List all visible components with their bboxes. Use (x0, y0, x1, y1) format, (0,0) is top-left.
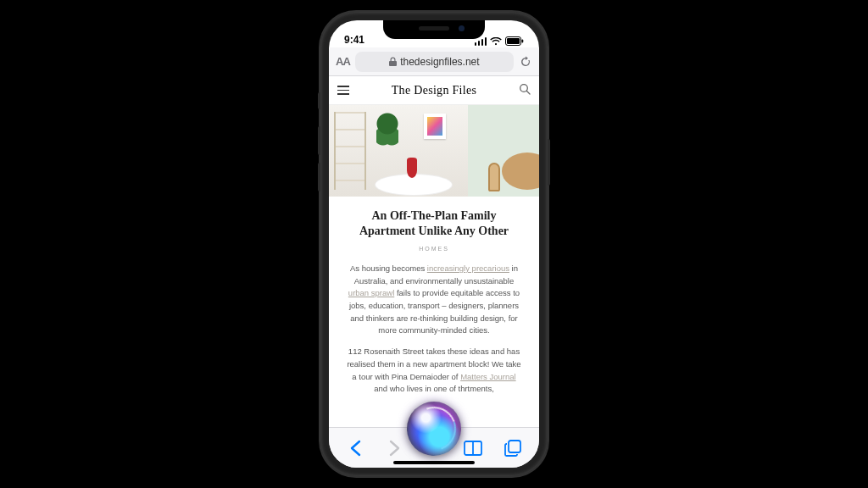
address-field[interactable]: thedesignfiles.net (355, 52, 514, 72)
reload-button[interactable] (519, 55, 532, 69)
display-notch (383, 20, 485, 39)
site-search-icon[interactable] (519, 83, 531, 98)
article-paragraph-2: 112 Rosenaith Street takes these ideas a… (346, 346, 522, 396)
reader-aa-button[interactable]: AA (336, 55, 350, 68)
siri-orb-icon (407, 402, 461, 456)
article-category[interactable]: HOMES (346, 245, 522, 254)
address-domain: thedesignfiles.net (400, 56, 479, 68)
phone-screen: 9:41 AA thedesignfiles.net (329, 20, 539, 468)
volume-down-button[interactable] (318, 163, 320, 191)
lock-icon (389, 57, 397, 66)
article-hero-image (329, 105, 539, 197)
status-indicators (475, 36, 525, 46)
home-indicator[interactable] (393, 461, 475, 464)
svg-rect-2 (522, 40, 524, 43)
back-button[interactable] (342, 435, 368, 461)
svg-point-3 (520, 84, 528, 92)
hamburger-menu-icon[interactable] (337, 86, 349, 95)
hero-living-room (329, 105, 468, 197)
svg-rect-1 (507, 38, 520, 44)
iphone-device-frame: 9:41 AA thedesignfiles.net (320, 12, 548, 476)
siri-orb[interactable] (407, 402, 461, 456)
link-matters-journal[interactable]: Matters Journal (460, 372, 515, 381)
article-paragraph-1: As housing becomes increasingly precario… (346, 263, 522, 337)
svg-line-4 (527, 91, 531, 94)
link-urban-sprawl[interactable]: urban sprawl (348, 288, 394, 297)
article-headline: An Off-The-Plan Family Apartment Unlike … (346, 208, 522, 238)
side-power-button[interactable] (548, 139, 550, 186)
website-header: The Design Files (329, 76, 539, 105)
battery-icon (505, 36, 524, 46)
tabs-button[interactable] (500, 435, 526, 461)
mute-switch[interactable] (318, 92, 320, 109)
link-precarious[interactable]: increasingly precarious (427, 263, 509, 273)
svg-rect-7 (509, 441, 520, 452)
status-time: 9:41 (344, 34, 364, 46)
safari-address-bar: AA thedesignfiles.net (329, 47, 539, 76)
wifi-icon (490, 37, 502, 46)
site-title[interactable]: The Design Files (392, 84, 476, 97)
volume-up-button[interactable] (318, 126, 320, 155)
hero-dining-room (468, 105, 539, 197)
